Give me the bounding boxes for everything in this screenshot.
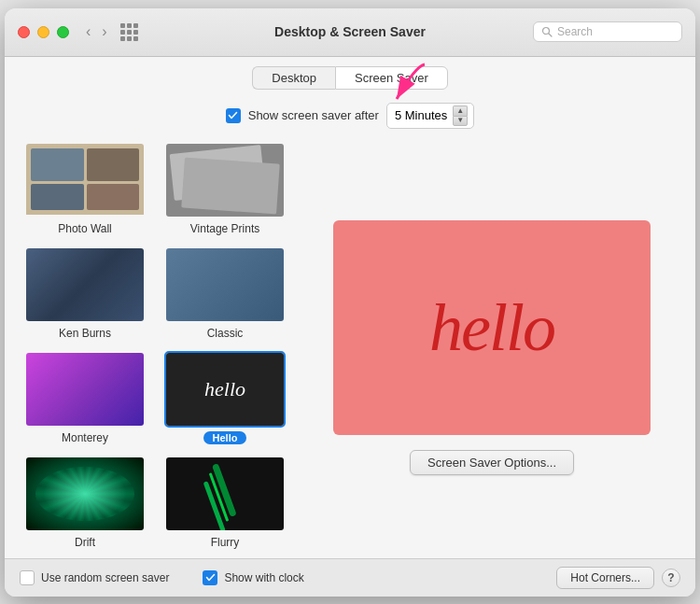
stepper-down[interactable]: ▼	[453, 116, 468, 126]
bottom-right: Hot Corners... ?	[556, 567, 680, 589]
nav-buttons: ‹ ›	[82, 21, 111, 42]
window: ‹ › Desktop & Screen Saver Desktop Scree…	[5, 8, 695, 597]
window-title: Desktop & Screen Saver	[274, 24, 426, 39]
minimize-button[interactable]	[37, 26, 49, 38]
tab-desktop[interactable]: Desktop	[252, 66, 335, 90]
options-button[interactable]: Screen Saver Options...	[410, 450, 574, 475]
clock-checkbox[interactable]	[203, 570, 217, 585]
svg-line-2	[549, 34, 552, 36]
random-saver-row: Use random screen saver	[20, 570, 169, 585]
random-checkbox[interactable]	[20, 570, 35, 585]
screensaver-thumb-hello: hello	[164, 351, 286, 428]
screensaver-item-flurry[interactable]: Flurry	[160, 456, 290, 549]
clock-checkmark-icon	[205, 572, 216, 583]
screensaver-label-photo-wall: Photo Wall	[58, 222, 112, 235]
screensaver-item-hello[interactable]: hello Hello	[160, 351, 290, 444]
screensaver-thumb-flurry	[164, 456, 286, 532]
forward-button[interactable]: ›	[98, 21, 110, 42]
screensaver-thumb-monterey	[24, 351, 146, 428]
grid-icon[interactable]	[120, 23, 138, 41]
screensaver-label-drift: Drift	[75, 536, 95, 549]
hot-corners-button[interactable]: Hot Corners...	[556, 567, 654, 589]
maximize-button[interactable]	[57, 26, 69, 38]
screensaver-item-ken-burns[interactable]: Ken Burns	[20, 246, 150, 340]
search-box[interactable]	[533, 21, 682, 42]
show-after-checkbox[interactable]	[226, 108, 241, 123]
clock-row: Show with clock	[203, 570, 303, 585]
preview-hello-text: hello	[429, 289, 554, 367]
preview-area: hello Screen Saver Options...	[303, 138, 680, 558]
bottom-bar: Use random screen saver Show with clock …	[5, 558, 695, 597]
screensaver-thumb-drift	[24, 456, 146, 532]
time-value: 5 Minutes	[395, 108, 447, 122]
screensaver-item-monterey[interactable]: Monterey	[20, 351, 150, 444]
screensaver-label-vintage-prints: Vintage Prints	[190, 222, 260, 235]
preview-screen: hello	[333, 220, 651, 435]
show-after-label: Show screen saver after	[248, 108, 379, 122]
time-select[interactable]: 5 Minutes ▲ ▼	[386, 103, 474, 129]
screensaver-item-classic[interactable]: Classic	[160, 246, 290, 340]
titlebar: ‹ › Desktop & Screen Saver	[5, 8, 695, 57]
screensaver-label-classic: Classic	[207, 327, 244, 340]
screensaver-list: Photo Wall Vintage PrintsKen BurnsClassi…	[20, 138, 290, 558]
search-input[interactable]	[557, 25, 674, 38]
screensaver-thumb-ken-burns	[24, 246, 146, 323]
main-content: Photo Wall Vintage PrintsKen BurnsClassi…	[5, 138, 695, 558]
stepper-arrows: ▲ ▼	[453, 105, 468, 126]
svg-point-1	[543, 28, 550, 35]
help-button[interactable]: ?	[662, 569, 680, 587]
screensaver-thumb-vintage-prints	[164, 142, 286, 218]
close-button[interactable]	[18, 26, 30, 38]
screensaver-thumb-classic	[164, 246, 286, 323]
screensaver-label-flurry: Flurry	[211, 536, 240, 549]
screensaver-label-ken-burns: Ken Burns	[59, 327, 111, 340]
search-icon	[541, 26, 553, 37]
show-after-row: Show screen saver after 5 Minutes ▲ ▼	[5, 97, 695, 138]
clock-label: Show with clock	[224, 571, 303, 584]
screensaver-badge-hello: Hello	[203, 431, 247, 444]
back-button[interactable]: ‹	[82, 21, 94, 42]
stepper-up[interactable]: ▲	[453, 105, 468, 116]
tabbar: Desktop Screen Saver	[5, 57, 695, 97]
random-label: Use random screen saver	[41, 571, 169, 584]
traffic-lights	[18, 26, 69, 38]
checkmark-icon	[228, 110, 238, 120]
screensaver-item-drift[interactable]: Drift	[20, 456, 150, 549]
screensaver-item-vintage-prints[interactable]: Vintage Prints	[160, 142, 290, 235]
screensaver-item-photo-wall[interactable]: Photo Wall	[20, 142, 150, 235]
tab-screen-saver[interactable]: Screen Saver	[335, 66, 448, 90]
screensaver-label-monterey: Monterey	[62, 431, 108, 444]
screensaver-thumb-photo-wall	[24, 142, 146, 218]
